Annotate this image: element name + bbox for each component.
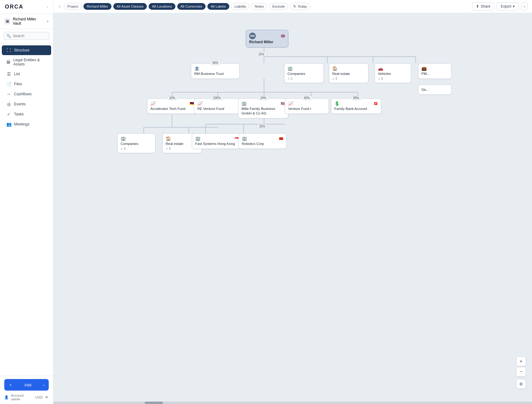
sidebar-item-tasks[interactable]: ✓ Tasks	[2, 109, 51, 119]
legal-icon: 🏛	[6, 60, 11, 65]
scrollbar-thumb	[145, 402, 163, 404]
node-family-bank[interactable]: 99% 💲 🇨🇭 Family Bank Account	[331, 98, 381, 114]
node-title: Accelerator Tech Fund	[150, 107, 194, 111]
sidebar-item-cashflows[interactable]: ↔ Cashflows	[2, 89, 51, 99]
sidebar-item-list[interactable]: ☰ List	[2, 69, 51, 79]
structure-canvas[interactable]: RM 🇬🇧 Richard Miller 15% 40% 🏦 RM Busine…	[53, 13, 532, 404]
star-icon[interactable]: ☆	[58, 4, 62, 9]
logo-area: ORCA ‹	[0, 0, 53, 14]
sidebar-item-files[interactable]: 📄 Files	[2, 79, 51, 89]
node-robotics-corp[interactable]: 🏢 🇨🇳 Robotics Corp	[238, 133, 287, 149]
add-label: Add	[24, 383, 31, 387]
sidebar-item-events[interactable]: ◎ Events	[2, 99, 51, 109]
node-vehicles-l1[interactable]: 🚗 Vehicles ✓ 3	[375, 63, 411, 83]
add-chevron-icon: ›	[43, 383, 44, 387]
filter-project[interactable]: Project	[64, 3, 82, 10]
vault-selector[interactable]: 🏛 Richard Miller Vault ▾	[0, 14, 53, 29]
structure-icon: ⛶	[6, 48, 12, 53]
vehicles-icon: 🚗	[378, 66, 383, 71]
flag-icon: 🇨🇭	[374, 102, 378, 106]
node-fast-systems[interactable]: 🏢 🇸🇬 Fast Systems Hong Kong	[192, 133, 242, 149]
node-title: RE Venture Fund	[197, 107, 236, 111]
canvas-scrollbar[interactable]	[53, 402, 532, 404]
canvas-settings-button[interactable]: ⚙	[516, 379, 526, 389]
add-plus-icon: ＋	[9, 382, 12, 388]
vault-icon: 🏛	[4, 18, 10, 24]
filter-notes[interactable]: Notes	[251, 3, 267, 10]
companies3-icon: 🏢	[121, 136, 126, 141]
collapse-sidebar-icon[interactable]: ‹	[47, 5, 48, 9]
node-title: Mille Family Business GmbH & Co KG	[241, 107, 285, 116]
filter-labels[interactable]: All Labels	[207, 3, 229, 10]
filter-locations[interactable]: All Locations	[149, 3, 175, 10]
account-owner-label: Account owner	[11, 394, 33, 401]
node-companies-l1[interactable]: 🏢 Companies ✓ 2	[284, 63, 324, 83]
trust-icon: 🏦	[194, 66, 199, 71]
search-wrap: 🔍	[4, 32, 49, 40]
search-input[interactable]	[13, 34, 47, 38]
node-mille-family[interactable]: 24% 🏢 🇺🇸 Mille Family Business GmbH & Co…	[238, 98, 288, 118]
percent-badge: 40%	[210, 61, 221, 65]
sidebar-item-label: Cashflows	[14, 92, 32, 96]
sidebar-item-legal[interactable]: 🏛 Legal Entities & Assets	[2, 55, 51, 69]
sidebar-item-label: Tasks	[14, 112, 24, 116]
node-title: Richard Miller	[249, 40, 285, 45]
eye-icon[interactable]: 👁	[45, 395, 49, 399]
node-venture-fund-i[interactable]: 40% 📈 Venture Fund I	[285, 98, 329, 114]
filter-currencies[interactable]: All Currencies	[177, 3, 206, 10]
robotics-icon: 🏢	[242, 136, 247, 141]
node-pm-partial[interactable]: 💼 PM...	[418, 63, 452, 79]
node-title: Robotics Corp	[242, 142, 283, 146]
node-count: ✓ 3	[378, 77, 408, 80]
fastsys-icon: 🏢	[195, 136, 200, 141]
files-icon: 📄	[6, 82, 12, 86]
add-button[interactable]: ＋ Add ›	[4, 379, 49, 391]
percent-badge: 100%	[210, 96, 223, 100]
meetings-icon: 👥	[6, 122, 12, 127]
filter-richard-miller[interactable]: Richard Miller	[83, 3, 111, 10]
percent-badge: 24%	[258, 96, 269, 100]
realestate3-icon: 🏠	[166, 136, 171, 141]
sidebar-item-meetings[interactable]: 👥 Meetings	[2, 119, 51, 129]
sidebar-item-label: Structure	[14, 48, 30, 52]
node-richard-miller[interactable]: RM 🇬🇧 Richard Miller	[246, 30, 288, 47]
filter-liability[interactable]: Liability	[231, 3, 249, 10]
export-chevron-icon: ▾	[513, 4, 515, 9]
percent-label-15: 15%	[256, 52, 267, 57]
node-title: Venture Fund I	[288, 107, 326, 111]
flag-icon: 🇬🇧	[281, 34, 285, 38]
sidebar-item-structure[interactable]: ⛶ Structure	[2, 45, 51, 55]
sidebar-item-label: Meetings	[14, 122, 30, 126]
zoom-out-button[interactable]: −	[516, 367, 526, 377]
zoom-controls: + − ⚙	[516, 357, 526, 389]
refresh-icon: ↻	[293, 4, 296, 9]
filter-today[interactable]: ↻ Today	[290, 3, 310, 10]
filter-asset-classes[interactable]: All Asset Classes	[113, 3, 147, 10]
node-title: Family Bank Account	[334, 107, 378, 111]
search-area: 🔍	[0, 29, 53, 43]
main-area: ☆ Project Richard Miller All Asset Class…	[53, 0, 532, 404]
node-real-estate-l1[interactable]: 🏠 Real estate ✓ 2	[329, 63, 368, 83]
filter-exclude[interactable]: Exclude	[269, 3, 288, 10]
share-button[interactable]: ⬆ Share	[472, 2, 494, 10]
companies-icon: 🏢	[287, 66, 293, 71]
node-title: Companies	[121, 142, 152, 146]
account-row: 👤 Account owner USD 👁	[4, 394, 49, 401]
node-title: Sa...	[421, 87, 448, 92]
zoom-in-button[interactable]: +	[516, 357, 526, 366]
node-rm-business-trust[interactable]: 40% 🏦 RM Business Trust	[191, 63, 240, 79]
export-button[interactable]: Export ▾	[497, 2, 519, 10]
percent-badge: 99%	[351, 96, 361, 100]
collapse-panel-button[interactable]: ›	[521, 2, 528, 10]
avatar: RM	[249, 33, 256, 39]
refund-icon: 📈	[197, 101, 203, 106]
realestate-icon: 🏠	[332, 66, 337, 71]
node-companies-l3[interactable]: 🏢 Companies ✓ 2	[117, 133, 155, 153]
node-sa-partial[interactable]: Sa...	[418, 85, 452, 95]
currency-label: USD	[35, 395, 43, 399]
flag-icon: 🇨🇳	[279, 137, 283, 141]
node-re-venture[interactable]: 100% 📈 RE Venture Fund	[194, 98, 240, 114]
node-title: Fast Systems Hong Kong	[195, 142, 239, 146]
node-accelerator-tech[interactable]: 10% 📈 🇩🇪 Accelerator Tech Fund	[147, 98, 197, 114]
sidebar-nav: ⛶ Structure 🏛 Legal Entities & Assets ☰ …	[0, 43, 53, 376]
